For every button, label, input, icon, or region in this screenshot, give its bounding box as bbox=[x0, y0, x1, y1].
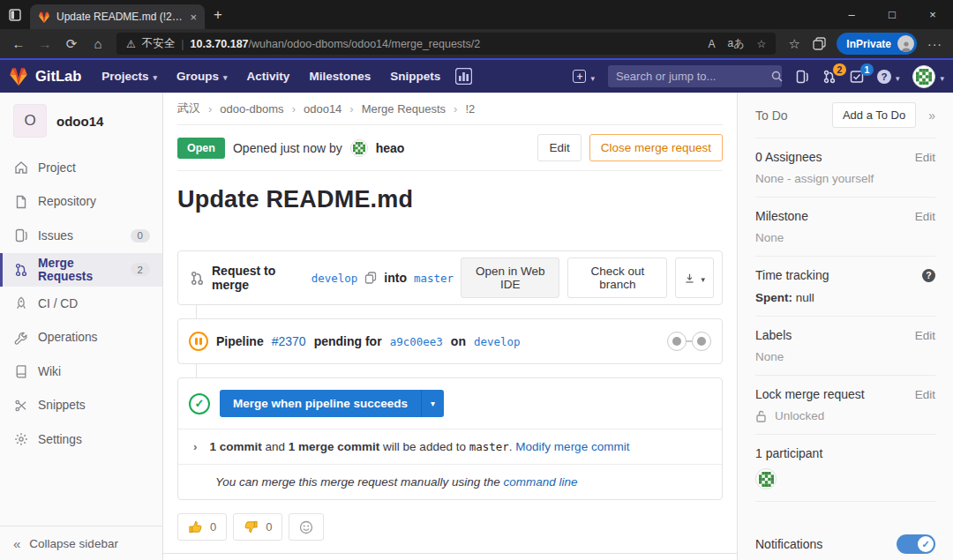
merge-requests-nav-icon[interactable]: 2 bbox=[822, 70, 837, 84]
issues-icon bbox=[14, 228, 28, 243]
browser-titlebar: Update README.md (!2) · Merge × + – □ × bbox=[0, 0, 953, 29]
labels-edit-link[interactable]: Edit bbox=[915, 329, 935, 342]
pipeline-stage-icon[interactable] bbox=[692, 332, 711, 351]
favorites-icon[interactable]: ☆ bbox=[786, 36, 802, 52]
browser-tab[interactable]: Update README.md (!2) · Merge × bbox=[30, 4, 205, 29]
close-merge-request-button[interactable]: Close merge request bbox=[589, 134, 723, 161]
breadcrumb-item[interactable]: !2 bbox=[446, 102, 475, 116]
tab-close-icon[interactable]: × bbox=[190, 11, 197, 24]
target-branch-link[interactable]: master bbox=[414, 272, 454, 285]
url-field[interactable]: ⚠ 不安全 | 10.3.70.187/wuhan/odoo-dboms/odo… bbox=[116, 33, 776, 55]
tab-layout-icon[interactable] bbox=[0, 0, 30, 29]
download-dropdown-button[interactable] bbox=[675, 258, 714, 298]
sidebar-item-operations[interactable]: Operations bbox=[0, 321, 162, 355]
pipeline-branch-link[interactable]: develop bbox=[474, 335, 521, 348]
assignees-value[interactable]: None - assign yourself bbox=[755, 172, 935, 185]
author-name[interactable]: heao bbox=[376, 141, 405, 155]
breadcrumb-item[interactable]: Merge Requests bbox=[341, 102, 446, 116]
widget-connector bbox=[196, 305, 197, 318]
thumbsup-button[interactable]: 0 bbox=[177, 513, 227, 541]
sidebar-item-settings[interactable]: Settings bbox=[0, 422, 162, 457]
breadcrumb-item[interactable]: 武汉 bbox=[177, 101, 200, 116]
milestone-edit-link[interactable]: Edit bbox=[915, 210, 935, 223]
participant-avatar[interactable] bbox=[755, 468, 777, 489]
inprivate-badge[interactable]: InPrivate bbox=[837, 33, 917, 55]
search-input[interactable] bbox=[616, 70, 771, 83]
nav-link-milestones[interactable]: Milestones bbox=[299, 60, 380, 93]
project-avatar: O bbox=[13, 104, 47, 138]
nav-link-activity[interactable]: Activity bbox=[237, 60, 300, 93]
add-todo-button[interactable]: Add a To Do bbox=[832, 102, 916, 128]
todos-nav-icon[interactable]: 1 bbox=[850, 70, 864, 84]
checkout-branch-button[interactable]: Check out branch bbox=[567, 258, 667, 298]
nav-link-snippets[interactable]: Snippets bbox=[380, 60, 450, 93]
nav-link-groups[interactable]: Groups bbox=[167, 60, 237, 93]
sidebar-item-issues[interactable]: Issues0 bbox=[0, 219, 162, 253]
pipeline-status-text: pending for bbox=[314, 334, 382, 348]
merge-when-pipeline-succeeds-button[interactable]: Merge when pipeline succeeds ▾ bbox=[220, 390, 444, 417]
minimize-button[interactable]: – bbox=[831, 0, 872, 29]
back-icon[interactable]: ← bbox=[11, 36, 26, 51]
lock-edit-link[interactable]: Edit bbox=[915, 388, 935, 401]
new-tab-button[interactable]: + bbox=[205, 0, 231, 29]
new-menu-button[interactable]: + bbox=[573, 69, 595, 85]
sidebar-item-label: Operations bbox=[38, 331, 98, 344]
home-icon[interactable]: ⌂ bbox=[90, 36, 106, 51]
pipeline-mini-graph[interactable] bbox=[667, 332, 711, 351]
global-search[interactable] bbox=[608, 65, 782, 87]
read-aloud-icon[interactable]: A bbox=[709, 38, 716, 50]
sidebar-item-merge-requests[interactable]: Merge Requests2 bbox=[0, 253, 162, 287]
mr-count-badge: 2 bbox=[833, 63, 846, 76]
mr-tabs: Discussion0Commits1Pipelines1Changes1 Sh… bbox=[163, 553, 737, 560]
sidebar-item-repository[interactable]: Repository bbox=[0, 185, 162, 220]
pipeline-stage-icon[interactable] bbox=[667, 332, 687, 351]
milestone-block: MilestoneEdit None bbox=[755, 198, 935, 257]
refresh-icon[interactable]: ⟳ bbox=[64, 36, 79, 52]
add-emoji-button[interactable] bbox=[289, 513, 324, 541]
sidebar-item-label: CI / CD bbox=[38, 297, 78, 310]
author-avatar[interactable] bbox=[350, 139, 368, 157]
chart-icon[interactable] bbox=[455, 68, 472, 85]
translate-icon[interactable]: aあ bbox=[728, 36, 745, 51]
gitlab-logo[interactable] bbox=[9, 67, 28, 86]
add-favorite-icon[interactable]: ☆ bbox=[757, 38, 767, 50]
commit-sha-link[interactable]: a9c00ee3 bbox=[390, 335, 443, 348]
modify-merge-commit-link[interactable]: Modify merge commit bbox=[515, 440, 629, 453]
pipeline-on-text: on bbox=[451, 334, 466, 348]
sidebar-item-wiki[interactable]: Wiki bbox=[0, 355, 162, 389]
collections-icon[interactable] bbox=[813, 37, 826, 50]
edit-button[interactable]: Edit bbox=[537, 134, 581, 161]
nav-link-projects[interactable]: Projects bbox=[92, 60, 167, 93]
issues-nav-icon[interactable] bbox=[795, 70, 809, 84]
manual-merge-row: You can merge this merge request manuall… bbox=[178, 464, 722, 499]
copy-branch-icon[interactable] bbox=[364, 272, 377, 284]
assignees-edit-link[interactable]: Edit bbox=[915, 151, 935, 164]
source-branch-link[interactable]: develop bbox=[311, 272, 358, 285]
help-menu-button[interactable]: ? bbox=[877, 69, 900, 85]
pipeline-pending-icon[interactable] bbox=[189, 332, 208, 351]
maximize-button[interactable]: □ bbox=[872, 0, 912, 29]
gitlab-brand-text[interactable]: GitLab bbox=[35, 68, 81, 85]
user-menu-button[interactable] bbox=[912, 65, 944, 88]
browser-menu-icon[interactable]: ··· bbox=[927, 37, 942, 51]
sidebar-item-ci-cd[interactable]: CI / CD bbox=[0, 287, 162, 321]
collapse-right-sidebar-icon[interactable] bbox=[928, 108, 935, 123]
expand-chevron-icon[interactable] bbox=[189, 440, 210, 453]
command-line-link[interactable]: command line bbox=[503, 475, 577, 489]
close-button[interactable]: × bbox=[912, 0, 953, 29]
breadcrumb-item[interactable]: odoo-dboms bbox=[200, 102, 284, 116]
thumbsdown-count: 0 bbox=[266, 520, 272, 534]
pipeline-widget: Pipeline #2370 pending for a9c00ee3 on d… bbox=[177, 318, 723, 364]
time-tracking-help-icon[interactable]: ? bbox=[922, 269, 935, 282]
thumbsdown-button[interactable]: 0 bbox=[233, 513, 282, 541]
collapse-sidebar-button[interactable]: Collapse sidebar bbox=[0, 526, 162, 560]
project-context[interactable]: O odoo14 bbox=[0, 93, 162, 151]
sidebar-item-snippets[interactable]: Snippets bbox=[0, 389, 162, 423]
sidebar-item-project[interactable]: Project bbox=[0, 151, 162, 185]
open-web-ide-button[interactable]: Open in Web IDE bbox=[461, 258, 559, 298]
merge-options-caret[interactable]: ▾ bbox=[421, 390, 444, 417]
labels-block: LabelsEdit None bbox=[755, 317, 935, 376]
pipeline-id-link[interactable]: #2370 bbox=[272, 334, 306, 348]
notifications-toggle[interactable]: ✓ bbox=[897, 534, 935, 554]
breadcrumb-item[interactable]: odoo14 bbox=[284, 102, 342, 116]
